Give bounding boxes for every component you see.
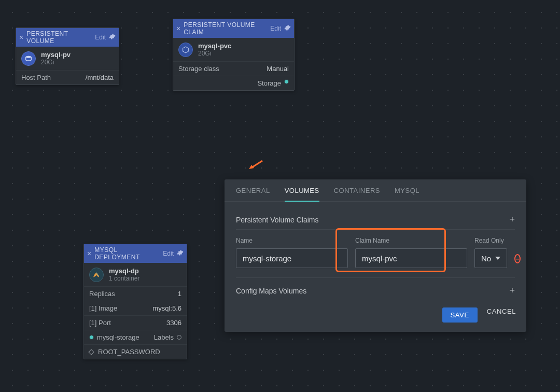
- edit-link[interactable]: Edit: [270, 25, 281, 32]
- disk-icon: [21, 51, 36, 66]
- property-value: 1: [178, 290, 181, 298]
- node-property-row: [1] Port 3306: [84, 315, 187, 330]
- node-mysql-deployment[interactable]: × MYSQL DEPLOYMENT Edit mysql-dp 1 conta…: [83, 244, 187, 359]
- diamond-icon: [88, 349, 94, 355]
- node-size: 20Gi: [41, 59, 71, 66]
- node-persistent-volume[interactable]: × PERSISTENT VOLUME Edit mysql-pv 20Gi H…: [16, 27, 119, 85]
- name-label: Name: [236, 237, 348, 244]
- node-header: × PERSISTENT VOLUME Edit: [16, 28, 119, 47]
- node-name: mysql-dp: [109, 267, 139, 275]
- panel-body: Persistent Volume Claims + Name Claim Na…: [225, 202, 526, 300]
- node-header: × MYSQL DEPLOYMENT Edit: [84, 244, 187, 263]
- chevron-down-icon: [495, 257, 500, 260]
- node-type-label: PERSISTENT VOLUME: [26, 30, 92, 45]
- port-label: mysql-storage: [97, 333, 139, 341]
- property-value: mysql:5.6: [152, 304, 181, 312]
- port-out-dot[interactable]: [177, 335, 181, 340]
- tab-mysql[interactable]: MYSQL: [395, 187, 419, 201]
- property-key: Host Path: [21, 74, 51, 81]
- name-input[interactable]: [236, 248, 348, 268]
- mysql-icon: [89, 268, 104, 282]
- gear-icon[interactable]: [109, 33, 116, 41]
- tab-general[interactable]: GENERAL: [236, 187, 270, 201]
- gear-icon[interactable]: [177, 249, 184, 258]
- remove-row-button[interactable]: −: [514, 254, 521, 263]
- save-button[interactable]: SAVE: [442, 307, 478, 323]
- node-type-label: PERSISTENT VOLUME CLAIM: [184, 21, 267, 36]
- section-title: Persistent Volume Claims: [236, 216, 319, 224]
- plus-icon[interactable]: +: [509, 214, 515, 225]
- edit-link[interactable]: Edit: [95, 34, 106, 41]
- node-body: mysql-pvc 20Gi: [173, 38, 294, 61]
- property-value: 3306: [166, 319, 181, 327]
- property-key: Replicas: [89, 290, 115, 298]
- node-name: mysql-pv: [41, 51, 71, 59]
- node-port-row: Storage: [173, 76, 294, 90]
- node-property-row: Replicas 1: [84, 286, 187, 301]
- claim-name-label: Claim Name: [355, 237, 467, 244]
- node-body: mysql-pv 20Gi: [16, 47, 119, 70]
- property-value: Manual: [267, 65, 289, 73]
- port-out-dot[interactable]: [284, 79, 289, 84]
- node-env-row: ROOT_PASSWORD: [84, 344, 187, 359]
- pvc-form-row: Name Claim Name Read Only No −: [236, 230, 515, 277]
- edit-link[interactable]: Edit: [163, 250, 174, 257]
- node-property-row: Host Path /mnt/data: [16, 70, 119, 85]
- property-key: Storage class: [178, 65, 219, 73]
- section-cm-header: Config Maps Volumes +: [236, 277, 515, 300]
- section-title: Config Maps Volumes: [236, 287, 306, 295]
- annotation-arrow-icon: [248, 159, 264, 171]
- port-label: Storage: [257, 79, 281, 87]
- claim-name-input[interactable]: [355, 248, 467, 268]
- node-subtitle: 1 container: [109, 275, 139, 282]
- close-icon[interactable]: ×: [87, 249, 91, 258]
- property-key: [1] Port: [89, 319, 111, 327]
- editor-panel: GENERAL VOLUMES CONTAINERS MYSQL Persist…: [225, 179, 526, 332]
- panel-tabs: GENERAL VOLUMES CONTAINERS MYSQL: [225, 179, 526, 202]
- node-name: mysql-pvc: [198, 42, 231, 50]
- panel-footer: SAVE CANCEL: [225, 300, 526, 332]
- plus-icon[interactable]: +: [509, 285, 515, 296]
- node-header: × PERSISTENT VOLUME CLAIM Edit: [173, 19, 294, 38]
- node-type-label: MYSQL DEPLOYMENT: [94, 246, 160, 261]
- property-key: [1] Image: [89, 304, 117, 312]
- node-port-row: mysql-storage Labels: [84, 330, 187, 344]
- tab-containers[interactable]: CONTAINERS: [334, 187, 380, 201]
- node-persistent-volume-claim[interactable]: × PERSISTENT VOLUME CLAIM Edit mysql-pvc…: [173, 19, 295, 91]
- close-icon[interactable]: ×: [19, 33, 23, 41]
- read-only-label: Read Only: [474, 237, 507, 244]
- tab-volumes[interactable]: VOLUMES: [285, 187, 319, 202]
- labels-label: Labels: [154, 333, 174, 341]
- read-only-value: No: [481, 254, 491, 263]
- svg-point-0: [26, 55, 32, 58]
- close-icon[interactable]: ×: [176, 24, 180, 33]
- env-var-name: ROOT_PASSWORD: [98, 348, 160, 356]
- node-property-row: Storage class Manual: [173, 61, 294, 76]
- section-pvc-header: Persistent Volume Claims +: [236, 210, 515, 230]
- gear-icon[interactable]: [284, 24, 291, 33]
- property-value: /mnt/data: [86, 74, 114, 81]
- node-size: 20Gi: [198, 50, 231, 57]
- read-only-select[interactable]: No: [474, 248, 507, 268]
- cancel-button[interactable]: CANCEL: [487, 307, 516, 323]
- node-body: mysql-dp 1 container: [84, 263, 187, 286]
- node-property-row: [1] Image mysql:5.6: [84, 301, 187, 315]
- hexagon-icon: [178, 43, 193, 57]
- port-in-dot[interactable]: [89, 335, 94, 340]
